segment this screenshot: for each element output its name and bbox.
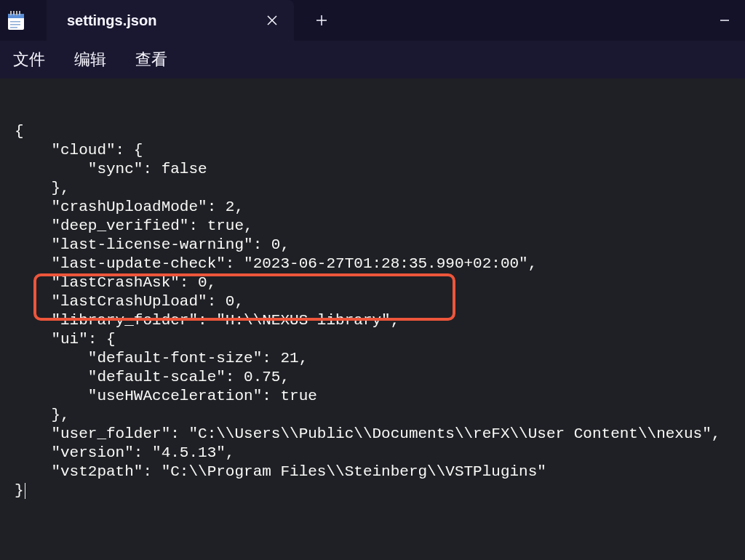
code-line: "default-scale": 0.75, (15, 369, 290, 385)
code-line: "crashUploadMode": 2, (15, 199, 244, 215)
text-cursor (25, 483, 25, 499)
code-line: }, (15, 180, 70, 196)
code-line: "library_folder": "H:\\NEXUS library", (15, 312, 399, 329)
code-line: "last-license-warning": 0, (15, 236, 290, 253)
code-line: "ui": { (15, 331, 116, 348)
svg-rect-2 (10, 11, 12, 15)
svg-rect-7 (10, 24, 20, 25)
new-tab-button[interactable] (301, 0, 342, 41)
tab-title: settings.json (67, 12, 263, 29)
code-line: { (15, 123, 24, 140)
svg-rect-8 (10, 27, 17, 28)
notepad-app-icon (0, 0, 32, 41)
code-line: "lastCrashAsk": 0, (15, 274, 216, 291)
minimize-button[interactable] (704, 0, 745, 41)
code-line: "user_folder": "C:\\Users\\Public\\Docum… (15, 425, 720, 442)
code-line: "sync": false (15, 161, 207, 177)
code-line: "vst2path": "C:\\Program Files\\Steinber… (15, 463, 546, 480)
tab-active[interactable]: settings.json (47, 0, 294, 41)
code-line: "cloud": { (15, 142, 143, 159)
menubar: 文件 编辑 查看 (0, 41, 745, 79)
svg-rect-5 (19, 11, 20, 15)
editor-content[interactable]: { "cloud": { "sync": false }, "crashUplo… (0, 79, 745, 534)
titlebar: settings.json (0, 0, 745, 41)
code-line: "deep_verified": true, (15, 217, 253, 234)
menu-edit[interactable]: 编辑 (74, 49, 106, 71)
svg-rect-4 (16, 11, 17, 15)
code-line: "version": "4.5.13", (15, 444, 234, 461)
code-line: } (15, 482, 24, 499)
close-tab-icon[interactable] (263, 12, 281, 29)
menu-view[interactable]: 查看 (135, 49, 167, 71)
window-controls (704, 0, 745, 41)
code-line: "useHWAcceleration": true (15, 388, 317, 404)
menu-file[interactable]: 文件 (13, 49, 45, 71)
code-line: "last-update-check": "2023-06-27T01:28:3… (15, 255, 537, 272)
code-line: "lastCrashUpload": 0, (15, 293, 244, 310)
svg-rect-6 (10, 21, 20, 23)
svg-rect-3 (13, 11, 15, 15)
code-line: }, (15, 407, 70, 423)
code-line: "default-font-size": 21, (15, 350, 308, 367)
